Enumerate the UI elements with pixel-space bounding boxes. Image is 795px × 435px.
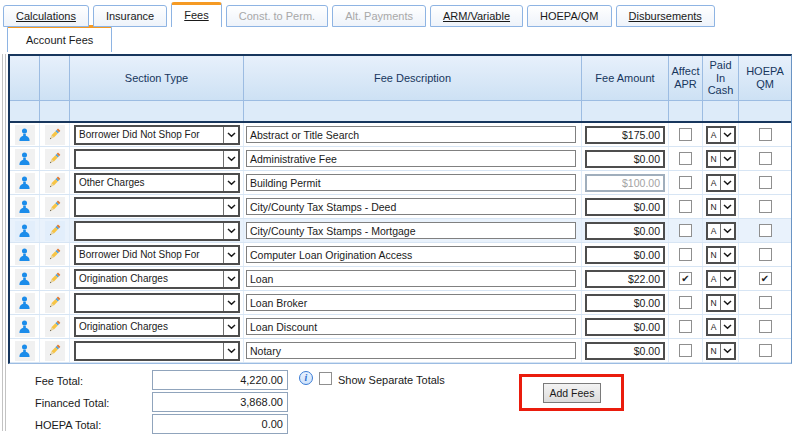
hoepa-qm-checkbox[interactable] bbox=[759, 248, 772, 261]
person-icon-glyph bbox=[17, 247, 32, 262]
affect-apr-checkbox[interactable] bbox=[679, 248, 692, 261]
edit-pencil-icon[interactable] bbox=[45, 245, 65, 265]
hoepa-qm-checkbox[interactable] bbox=[759, 224, 772, 237]
info-icon[interactable]: i bbox=[299, 371, 313, 385]
fee-description-input[interactable]: Notary bbox=[246, 342, 576, 359]
edit-pencil-icon[interactable] bbox=[45, 197, 65, 217]
add-fees-button[interactable]: Add Fees bbox=[543, 383, 601, 403]
person-icon[interactable] bbox=[15, 197, 35, 217]
chevron-down-icon bbox=[720, 296, 734, 310]
fee-amount-input[interactable]: $0.00 bbox=[585, 222, 665, 240]
pencil-icon-glyph bbox=[47, 199, 62, 214]
affect-apr-checkbox[interactable] bbox=[679, 128, 692, 141]
person-icon[interactable] bbox=[15, 221, 35, 241]
fee-amount-input[interactable]: $0.00 bbox=[585, 294, 665, 312]
fee-amount-input[interactable]: $0.00 bbox=[585, 342, 665, 360]
person-icon[interactable] bbox=[15, 173, 35, 193]
fee-description-input[interactable]: Loan Broker bbox=[246, 294, 576, 311]
section-type-select[interactable]: Other Charges bbox=[74, 173, 240, 193]
fee-row: City/County Tax Stamps - Deed$0.00N bbox=[10, 195, 791, 219]
section-type-select[interactable]: Origination Charges bbox=[74, 269, 240, 289]
pencil-icon-glyph bbox=[47, 223, 62, 238]
fee-amount-input[interactable]: $0.00 bbox=[585, 198, 665, 216]
edit-pencil-icon[interactable] bbox=[45, 293, 65, 313]
fee-description-input[interactable]: City/County Tax Stamps - Deed bbox=[246, 198, 576, 215]
section-type-select[interactable] bbox=[74, 293, 240, 313]
tab-disbursements[interactable]: Disbursements bbox=[616, 5, 715, 27]
edit-pencil-icon[interactable] bbox=[45, 269, 65, 289]
paid-in-cash-select[interactable]: N bbox=[706, 342, 736, 360]
fee-total-label: Fee Total: bbox=[35, 375, 83, 387]
affect-apr-checkbox[interactable] bbox=[679, 224, 692, 237]
section-type-select[interactable]: Origination Charges bbox=[74, 317, 240, 337]
fee-description-input[interactable]: Loan Discount bbox=[246, 318, 576, 335]
hoepa-qm-checkbox[interactable] bbox=[759, 320, 772, 333]
header-hoepa-qm: HOEPA QM bbox=[739, 56, 791, 100]
affect-apr-checkbox[interactable] bbox=[679, 176, 692, 189]
person-icon[interactable] bbox=[15, 245, 35, 265]
edit-pencil-icon[interactable] bbox=[45, 317, 65, 337]
hoepa-qm-checkbox[interactable]: ✔ bbox=[759, 272, 772, 285]
fee-description-input[interactable]: Loan bbox=[246, 270, 576, 287]
hoepa-qm-checkbox[interactable] bbox=[759, 176, 772, 189]
affect-apr-checkbox[interactable] bbox=[679, 200, 692, 213]
person-icon[interactable] bbox=[15, 269, 35, 289]
person-icon[interactable] bbox=[15, 317, 35, 337]
edit-pencil-icon[interactable] bbox=[45, 341, 65, 361]
paid-in-cash-select[interactable]: N bbox=[706, 294, 736, 312]
tab-insurance[interactable]: Insurance bbox=[93, 5, 167, 27]
fee-description-input[interactable]: Abstract or Title Search bbox=[246, 126, 576, 143]
fee-amount-input[interactable]: $175.00 bbox=[585, 126, 665, 144]
affect-apr-checkbox[interactable] bbox=[679, 296, 692, 309]
hoepa-qm-checkbox[interactable] bbox=[759, 344, 772, 357]
section-type-value bbox=[76, 223, 223, 239]
person-icon[interactable] bbox=[15, 293, 35, 313]
section-type-select[interactable]: Borrower Did Not Shop For bbox=[74, 245, 240, 265]
chevron-down-icon bbox=[223, 127, 238, 143]
fee-amount-input[interactable]: $0.00 bbox=[585, 246, 665, 264]
person-icon[interactable] bbox=[15, 125, 35, 145]
paid-in-cash-select[interactable]: A bbox=[706, 222, 736, 240]
hoepa-qm-checkbox[interactable] bbox=[759, 128, 772, 141]
fee-description-input[interactable]: Building Permit bbox=[246, 174, 576, 191]
fee-description-input[interactable]: City/County Tax Stamps - Mortgage bbox=[246, 222, 576, 239]
section-type-select[interactable] bbox=[74, 197, 240, 217]
section-type-select[interactable]: Borrower Did Not Shop For bbox=[74, 125, 240, 145]
tab-calculations[interactable]: Calculations bbox=[3, 5, 89, 27]
hoepa-qm-checkbox[interactable] bbox=[759, 296, 772, 309]
paid-in-cash-select[interactable]: A bbox=[706, 270, 736, 288]
section-type-select[interactable] bbox=[74, 221, 240, 241]
fee-amount-value: $0.00 bbox=[634, 225, 660, 237]
fee-amount-input[interactable]: $0.00 bbox=[585, 318, 665, 336]
hoepa-qm-checkbox[interactable] bbox=[759, 200, 772, 213]
edit-pencil-icon[interactable] bbox=[45, 173, 65, 193]
paid-in-cash-select[interactable]: N bbox=[706, 246, 736, 264]
fee-description-input[interactable]: Administrative Fee bbox=[246, 150, 576, 167]
edit-pencil-icon[interactable] bbox=[45, 221, 65, 241]
paid-in-cash-select[interactable]: N bbox=[706, 198, 736, 216]
fee-description-input[interactable]: Computer Loan Origination Access bbox=[246, 246, 576, 263]
person-icon[interactable] bbox=[15, 149, 35, 169]
fee-amount-input[interactable]: $0.00 bbox=[585, 150, 665, 168]
tab-fees[interactable]: Fees bbox=[171, 2, 221, 27]
edit-pencil-icon[interactable] bbox=[45, 149, 65, 169]
show-separate-totals-checkbox[interactable] bbox=[319, 372, 332, 385]
edit-pencil-icon[interactable] bbox=[45, 125, 65, 145]
paid-in-cash-select[interactable]: N bbox=[706, 150, 736, 168]
tab-arm-variable[interactable]: ARM/Variable bbox=[430, 5, 523, 27]
tab-account-fees[interactable]: Account Fees bbox=[7, 25, 112, 52]
section-type-select[interactable] bbox=[74, 149, 240, 169]
hoepa-qm-checkbox[interactable] bbox=[759, 152, 772, 165]
paid-in-cash-select[interactable]: A bbox=[706, 318, 736, 336]
affect-apr-checkbox[interactable] bbox=[679, 344, 692, 357]
affect-apr-checkbox[interactable] bbox=[679, 152, 692, 165]
person-icon[interactable] bbox=[15, 341, 35, 361]
person-icon-glyph bbox=[17, 151, 32, 166]
paid-in-cash-select[interactable]: A bbox=[706, 174, 736, 192]
fee-amount-input[interactable]: $22.00 bbox=[585, 270, 665, 288]
tab-hoepa-qm[interactable]: HOEPA/QM bbox=[527, 5, 611, 27]
paid-in-cash-select[interactable]: A bbox=[706, 126, 736, 144]
affect-apr-checkbox[interactable]: ✔ bbox=[679, 272, 692, 285]
affect-apr-checkbox[interactable] bbox=[679, 320, 692, 333]
section-type-select[interactable] bbox=[74, 341, 240, 361]
